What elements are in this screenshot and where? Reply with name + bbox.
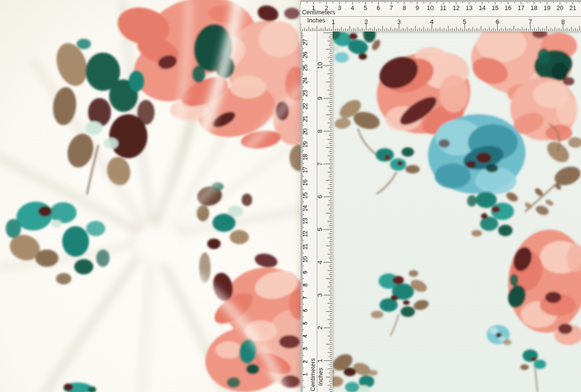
cm-number: 11: [440, 4, 447, 11]
vertical-ruler-centimeters-label: Centimeters: [310, 358, 316, 392]
cm-number: 19: [544, 4, 550, 11]
cm-number: 9: [302, 271, 309, 274]
cm-number: 15: [492, 4, 498, 11]
cm-number: 20: [302, 128, 309, 135]
cm-number: 25: [302, 65, 309, 71]
cm-number: 22: [302, 103, 309, 109]
inch-number: 7: [528, 18, 532, 25]
vertical-ruler: 1234567891011121314151617181920212223242…: [301, 31, 333, 392]
cm-number: 11: [302, 243, 309, 250]
inch-number: 6: [496, 18, 500, 25]
cm-number: 14: [479, 4, 485, 11]
cm-number: 20: [557, 4, 563, 11]
cm-number: 5: [364, 4, 367, 11]
inch-numbers: 12345678910: [316, 62, 324, 362]
cm-number: 17: [302, 167, 309, 174]
cm-number: 2: [302, 360, 309, 363]
cm-number: 3: [302, 347, 309, 350]
vertical-ruler-inches-label: Inches: [317, 368, 324, 386]
inch-number: 2: [316, 326, 324, 330]
cm-number: 3: [338, 4, 341, 11]
cm-number: 6: [377, 4, 380, 11]
cm-number: 8: [302, 283, 309, 287]
cm-number: 15: [302, 192, 309, 199]
horizontal-ruler-scale: 1234567891011121314151617181920211234567…: [301, 0, 581, 31]
cm-number: 12: [302, 230, 309, 237]
cm-number: 7: [302, 296, 309, 299]
cm-number: 10: [302, 256, 309, 263]
inch-tick-marks: [324, 33, 332, 392]
draped-fabric-photo: [0, 0, 301, 392]
cm-number: 27: [302, 39, 309, 45]
cm-number: 1: [302, 373, 309, 376]
inch-numbers: 12345678: [332, 18, 565, 25]
cm-number: 13: [302, 218, 309, 225]
cm-number: 5: [302, 322, 309, 325]
cm-number: 9: [415, 4, 419, 11]
inch-number: 6: [316, 195, 324, 199]
cm-number: 7: [390, 4, 393, 11]
horizontal-ruler-inches-label: Inches: [307, 17, 325, 24]
cm-number: 18: [531, 4, 537, 11]
cm-number: 12: [453, 4, 459, 11]
cm-numbers: 123456789101112131415161718192021: [312, 4, 576, 11]
flat-fabric-with-rulers: 1234567891011121314151617181920211234567…: [301, 0, 581, 392]
flat-fabric-print: [301, 0, 581, 392]
cm-number: 4: [351, 4, 354, 11]
cm-number: 13: [466, 4, 472, 11]
cm-number: 23: [302, 90, 309, 97]
cm-number: 18: [302, 154, 309, 161]
inch-number: 9: [316, 97, 324, 100]
fabric-product-photo: 1234567891011121314151617181920211234567…: [0, 0, 581, 392]
inch-number: 5: [463, 18, 467, 25]
inch-number: 8: [561, 18, 565, 25]
inch-number: 7: [316, 162, 324, 166]
inch-number: 8: [316, 130, 324, 133]
inch-number: 1: [316, 359, 324, 363]
cm-number: 26: [302, 52, 309, 58]
cm-number: 24: [302, 77, 309, 84]
inch-number: 5: [316, 228, 324, 231]
cm-number: 17: [517, 4, 524, 11]
cm-number: 21: [570, 4, 576, 11]
vertical-ruler-scale: 1234567891011121314151617181920212223242…: [301, 31, 332, 392]
inch-number: 3: [316, 294, 324, 297]
cm-numbers: 1234567891011121314151617181920212223242…: [302, 39, 309, 376]
inch-number: 3: [397, 18, 401, 25]
cm-number: 6: [302, 309, 309, 312]
inch-number: 1: [332, 18, 335, 25]
inch-tick-marks: [301, 24, 580, 31]
cm-number: 19: [302, 141, 309, 148]
cm-number: 14: [302, 205, 309, 212]
cm-number: 4: [302, 335, 309, 338]
cm-number: 10: [427, 4, 434, 11]
cm-number: 16: [504, 4, 511, 11]
horizontal-ruler: 1234567891011121314151617181920211234567…: [301, 0, 581, 32]
panel-seam-shadow: [295, 0, 301, 392]
draped-fabric-art: [0, 0, 301, 392]
inch-number: 10: [316, 62, 324, 69]
inch-number: 4: [316, 260, 324, 264]
cm-number: 8: [402, 4, 406, 11]
cm-number: 16: [302, 179, 309, 186]
horizontal-ruler-centimeters-label: Centimeters: [302, 9, 335, 16]
inch-number: 2: [364, 18, 368, 25]
inch-number: 4: [430, 18, 434, 25]
cm-number: 21: [302, 116, 309, 122]
